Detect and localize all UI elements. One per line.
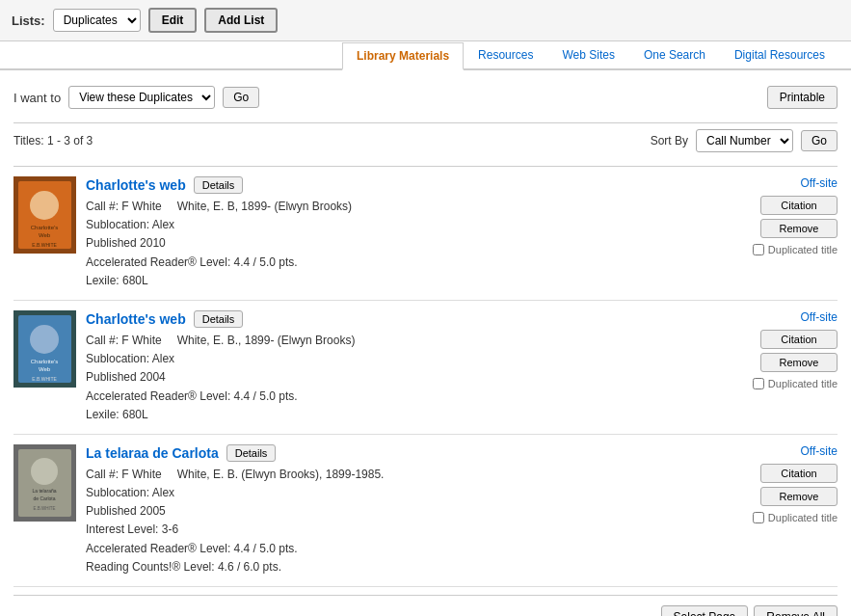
interest-3: Interest Level: 3-6 [86,521,722,539]
dup-label-3: Duplicated title [768,512,838,523]
book-meta-1: Call #: F White White, E. B, 1899- (Elwy… [86,198,722,290]
table-row: La telaraña de Carlota E.B.WHITE La tela… [13,435,838,587]
printable-button[interactable]: Printable [767,86,838,109]
book-cover-svg-1: Charlotte's Web E.B.WHITE [13,176,76,254]
call-row-2: Call #: F White White, E. B., 1899- (Elw… [86,332,722,350]
svg-text:E.B.WHITE: E.B.WHITE [33,506,55,511]
dup-title-row-3: Duplicated title [753,512,838,523]
citation-button-3[interactable]: Citation [760,464,838,483]
action-bar-left: I want to View these Duplicates Go [13,86,259,109]
svg-text:Charlotte's: Charlotte's [31,359,59,364]
sort-go-button[interactable]: Go [801,130,838,151]
citation-button-1[interactable]: Citation [760,196,838,215]
svg-text:Web: Web [39,366,51,372]
add-list-button[interactable]: Add List [204,8,278,33]
svg-text:Web: Web [39,232,51,238]
call-number-label-3: Call #: F White [86,466,162,484]
sublocation-3: Sublocation: Alex [86,484,722,502]
details-button-3[interactable]: Details [226,444,277,462]
rc-3: Reading Counts!® Level: 4.6 / 6.0 pts. [86,558,722,576]
book-actions-2: Off-site Citation Remove Duplicated titl… [731,310,838,389]
book-actions-3: Off-site Citation Remove Duplicated titl… [731,444,838,523]
author-1: White, E. B, 1899- (Elwyn Brooks) [177,198,352,216]
remove-all-button[interactable]: Remove All [754,605,838,616]
svg-text:E.B.WHITE: E.B.WHITE [32,242,57,248]
book-actions-1: Off-site Citation Remove Duplicated titl… [731,176,838,255]
select-page-button[interactable]: Select Page [661,605,749,616]
ar-2: Accelerated Reader® Level: 4.4 / 5.0 pts… [86,388,722,406]
svg-point-8 [30,325,59,354]
details-button-1[interactable]: Details [194,176,244,194]
offsite-link-2[interactable]: Off-site [801,310,838,324]
svg-text:Charlotte's: Charlotte's [31,225,59,230]
book-title-row-3: La telaraa de Carlota Details [86,444,722,462]
author-3: White, E. B. (Elwyn Brooks), 1899-1985. [177,466,385,484]
svg-text:de Carlota: de Carlota [33,495,55,501]
content-area: I want to View these Duplicates Go Print… [0,70,851,616]
sort-bar: Titles: 1 - 3 of 3 Sort By Call Number G… [13,122,838,158]
titles-count: Titles: 1 - 3 of 3 [13,134,93,147]
action-dropdown[interactable]: View these Duplicates [68,86,215,109]
action-bar: I want to View these Duplicates Go Print… [13,80,838,115]
details-button-2[interactable]: Details [194,310,244,328]
remove-button-2[interactable]: Remove [760,353,838,372]
book-cover-3: La telaraña de Carlota E.B.WHITE [13,444,76,522]
book-meta-3: Call #: F White White, E. B. (Elwyn Broo… [86,466,722,576]
tab-resources[interactable]: Resources [464,41,547,68]
tab-one-search[interactable]: One Search [629,41,720,68]
svg-text:La telaraña: La telaraña [32,488,56,494]
action-bar-right: Printable [767,86,838,109]
dup-label-2: Duplicated title [768,378,838,389]
citation-button-2[interactable]: Citation [760,330,838,349]
book-title-3[interactable]: La telaraa de Carlota [86,445,219,461]
top-bar: Lists: Duplicates Edit Add List [0,0,851,41]
remove-button-3[interactable]: Remove [760,487,838,506]
lexile-1: Lexile: 680L [86,272,722,290]
lexile-2: Lexile: 680L [86,406,722,424]
book-list: Charlotte's Web E.B.WHITE Charlotte's we… [13,166,838,587]
dup-title-row-2: Duplicated title [753,378,838,389]
svg-point-2 [30,191,59,220]
book-cover-1: Charlotte's Web E.B.WHITE [13,176,76,254]
book-title-1[interactable]: Charlotte's web [86,177,186,193]
action-go-button[interactable]: Go [223,87,259,108]
ar-1: Accelerated Reader® Level: 4.4 / 5.0 pts… [86,254,722,272]
call-number-label-2: Call #: F White [86,332,162,350]
offsite-link-3[interactable]: Off-site [801,444,838,458]
dup-checkbox-3[interactable] [753,512,764,523]
book-meta-2: Call #: F White White, E. B., 1899- (Elw… [86,332,722,424]
sort-by-label: Sort By [651,134,688,147]
sublocation-1: Sublocation: Alex [86,216,722,234]
table-row: Charlotte's Web E.B.WHITE Charlotte's we… [13,301,838,435]
lists-dropdown[interactable]: Duplicates [53,9,141,32]
tab-web-sites[interactable]: Web Sites [547,41,628,68]
remove-button-1[interactable]: Remove [760,219,838,238]
sort-dropdown[interactable]: Call Number [696,129,793,152]
svg-point-14 [31,458,58,485]
book-title-2[interactable]: Charlotte's web [86,311,186,327]
tab-bar: Library Materials Resources Web Sites On… [0,41,851,70]
call-row-3: Call #: F White White, E. B. (Elwyn Broo… [86,466,722,484]
book-cover-2: Charlotte's Web E.B.WHITE [13,310,76,388]
book-info-1: Charlotte's web Details Call #: F White … [86,176,722,290]
call-number-label-1: Call #: F White [86,198,162,216]
published-1: Published 2010 [86,234,722,253]
table-row: Charlotte's Web E.B.WHITE Charlotte's we… [13,167,838,301]
offsite-link-1[interactable]: Off-site [801,176,838,190]
book-title-row-2: Charlotte's web Details [86,310,722,328]
iwant-label: I want to [13,91,61,105]
call-row-1: Call #: F White White, E. B, 1899- (Elwy… [86,198,722,216]
dup-checkbox-1[interactable] [753,244,764,255]
dup-checkbox-2[interactable] [753,378,764,389]
book-cover-svg-3: La telaraña de Carlota E.B.WHITE [13,444,76,522]
edit-button[interactable]: Edit [148,8,198,33]
ar-3: Accelerated Reader® Level: 4.4 / 5.0 pts… [86,540,722,558]
author-2: White, E. B., 1899- (Elwyn Brooks) [177,332,356,350]
tab-library-materials[interactable]: Library Materials [342,42,464,70]
book-title-row-1: Charlotte's web Details [86,176,722,194]
book-info-2: Charlotte's web Details Call #: F White … [86,310,722,424]
book-info-3: La telaraa de Carlota Details Call #: F … [86,444,722,576]
tab-digital-resources[interactable]: Digital Resources [720,41,839,68]
sublocation-2: Sublocation: Alex [86,350,722,368]
published-2: Published 2004 [86,368,722,387]
